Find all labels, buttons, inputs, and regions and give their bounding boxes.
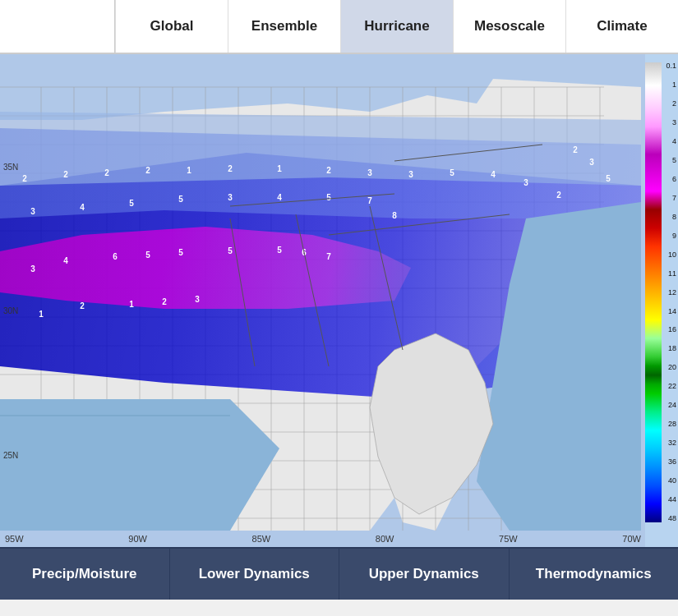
scale-value: 32 (662, 439, 678, 447)
nav-item-ensemble[interactable]: Ensemble (228, 0, 340, 53)
scale-value: 2 (662, 100, 678, 108)
scale-value: 0.1 (662, 62, 678, 70)
lat-label: 35N (3, 163, 18, 172)
nav-item-global[interactable]: Global (115, 0, 228, 53)
map-section: 4844403632282422201816141211109876543210… (0, 54, 678, 547)
bottom-tab-precip/moisture[interactable]: Precip/Moisture (0, 549, 170, 600)
scale-value: 16 (662, 326, 678, 333)
scale-value: 8 (662, 214, 678, 221)
nav-item-mesoscale[interactable]: Mesoscale (453, 0, 565, 53)
bottom-tab-thermodynamics[interactable]: Thermodynamics (510, 549, 679, 600)
scale-value: 3 (662, 119, 678, 126)
scale-bar (645, 62, 662, 522)
scale-value: 24 (662, 402, 678, 409)
latitude-labels: 35N30N25N (3, 95, 18, 527)
top-header: GlobalEnsembleHurricaneMesoscaleClimate (0, 0, 678, 54)
scale-value: 5 (662, 157, 678, 164)
bottom-tabs: Precip/MoistureLower DynamicsUpper Dynam… (0, 547, 678, 600)
bottom-tab-lower-dynamics[interactable]: Lower Dynamics (170, 549, 340, 600)
scale-value: 11 (662, 270, 678, 278)
color-scale: 4844403632282422201816141211109876543210… (645, 54, 678, 547)
scale-value: 7 (662, 195, 678, 202)
scale-value: 48 (662, 515, 678, 522)
scale-value: 9 (662, 232, 678, 240)
scale-value: 4 (662, 138, 678, 145)
lon-label: 90W (128, 534, 147, 544)
scale-value: 22 (662, 383, 678, 390)
lon-label: 80W (376, 534, 394, 544)
logo-area (0, 0, 115, 53)
scale-value: 6 (662, 176, 678, 183)
bottom-tab-upper-dynamics[interactable]: Upper Dynamics (339, 549, 510, 600)
map-canvas (0, 54, 645, 547)
scale-value: 18 (662, 345, 678, 352)
scale-value: 20 (662, 364, 678, 371)
scale-value: 44 (662, 496, 678, 503)
scale-value: 12 (662, 289, 678, 297)
nav-item-climate[interactable]: Climate (565, 0, 678, 53)
scale-value: 14 (662, 308, 678, 315)
lon-label: 95W (5, 534, 24, 544)
scale-value: 36 (662, 458, 678, 466)
lon-label: 70W (622, 534, 641, 544)
longitude-labels: 95W90W85W80W75W70W (5, 534, 641, 544)
lat-label: 30N (3, 306, 18, 315)
scale-value: 40 (662, 477, 678, 485)
lat-label: 25N (3, 451, 18, 460)
lon-label: 75W (499, 534, 518, 544)
scale-value: 28 (662, 421, 678, 428)
nav-item-hurricane[interactable]: Hurricane (340, 0, 453, 53)
lon-label: 85W (252, 534, 271, 544)
scale-value: 10 (662, 251, 678, 259)
scale-labels: 4844403632282422201816141211109876543210… (662, 62, 678, 522)
top-nav: GlobalEnsembleHurricaneMesoscaleClimate (115, 0, 678, 53)
scale-value: 1 (662, 81, 678, 89)
